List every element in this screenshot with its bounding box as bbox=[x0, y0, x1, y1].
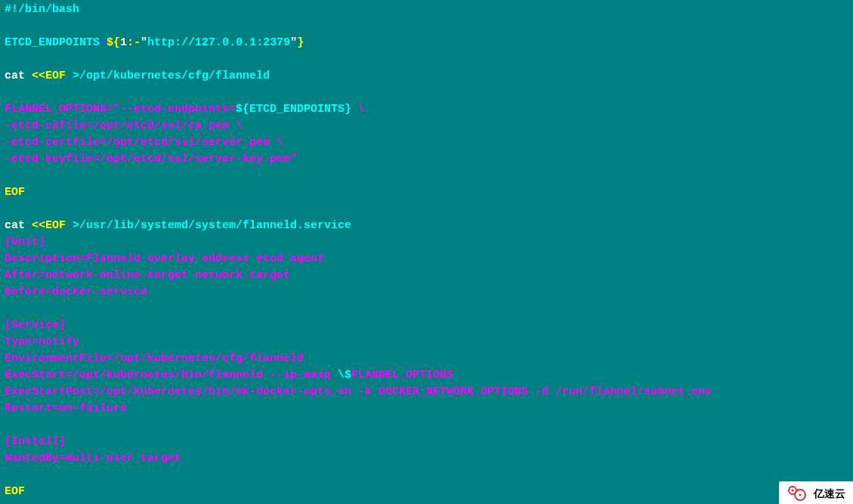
watermark: 亿速云 bbox=[779, 481, 853, 504]
code-segment: <<EOF bbox=[32, 219, 73, 232]
code-line: -etcd-certfile=/opt/etcd/ssl/server.pem … bbox=[5, 135, 848, 151]
code-line bbox=[5, 85, 848, 101]
code-segment: = bbox=[100, 36, 107, 49]
watermark-text: 亿速云 bbox=[814, 485, 845, 502]
code-segment: >/usr/lib/systemd/system/flanneld.servic… bbox=[73, 219, 351, 232]
code-line: EnvironmentFile=/opt/kubernetes/cfg/flan… bbox=[5, 351, 848, 367]
code-line: cat <<EOF >/usr/lib/systemd/system/flann… bbox=[5, 218, 848, 234]
code-segment bbox=[5, 419, 11, 431]
code-line: EOF bbox=[5, 184, 848, 201]
code-segment: EOF bbox=[5, 186, 25, 199]
code-line: -etcd-cafile=/opt/etcd/ssl/ca.pem \ bbox=[5, 118, 848, 135]
code-segment bbox=[5, 203, 11, 215]
code-line: FLANNEL_OPTIONS="--etcd-endpoints=${ETCD… bbox=[5, 101, 848, 118]
code-segment: :- bbox=[127, 36, 141, 49]
code-segment: } bbox=[297, 36, 304, 49]
code-line bbox=[5, 201, 848, 218]
code-line bbox=[5, 301, 848, 317]
code-segment: -etcd-keyfile=/opt/etcd/ssl/server-key.p… bbox=[5, 153, 297, 165]
code-line: [Unit] bbox=[5, 234, 848, 251]
code-line bbox=[5, 51, 848, 68]
code-line bbox=[5, 18, 848, 35]
code-segment: \ bbox=[351, 103, 365, 116]
code-line: Before=docker.service bbox=[5, 284, 848, 301]
code-segment: Before=docker.service bbox=[5, 286, 147, 298]
code-segment: http://127.0.0.1:2379 bbox=[147, 36, 290, 49]
code-line: WantedBy=multi-user.target bbox=[5, 450, 848, 467]
code-segment: " bbox=[290, 36, 297, 49]
code-segment: ExecStart=/opt/kubernetes/bin/flanneld -… bbox=[5, 369, 338, 382]
code-segment bbox=[5, 302, 11, 315]
code-segment: FLANNEL_OPTIONS bbox=[351, 369, 453, 382]
code-block: #!/bin/bash ETCD_ENDPOINTS=${1:-"http://… bbox=[5, 2, 848, 500]
code-line bbox=[5, 467, 848, 484]
code-line: Type=notify bbox=[5, 334, 848, 351]
code-segment bbox=[5, 468, 11, 481]
code-segment: <<EOF bbox=[32, 70, 73, 82]
code-segment: [Install] bbox=[5, 435, 66, 448]
code-segment: After=network-online.target network.targ… bbox=[5, 269, 290, 282]
code-line: cat <<EOF >/opt/kubernetes/cfg/flanneld bbox=[5, 68, 848, 85]
code-segment: ${ETCD_ENDPOINTS} bbox=[236, 103, 351, 116]
code-segment bbox=[5, 169, 11, 182]
code-segment: Type=notify bbox=[5, 335, 79, 348]
code-segment: ExecStartPost=/opt/kubernetes/bin/mk-doc… bbox=[5, 385, 712, 398]
code-line: ExecStartPost=/opt/kubernetes/bin/mk-doc… bbox=[5, 384, 848, 400]
code-segment: [Unit] bbox=[5, 236, 45, 249]
code-line: [Install] bbox=[5, 434, 848, 450]
code-segment: 1 bbox=[120, 36, 127, 49]
svg-point-3 bbox=[799, 494, 802, 496]
code-line: After=network-online.target network.targ… bbox=[5, 267, 848, 284]
watermark-logo-icon bbox=[785, 484, 809, 502]
code-line: [Service] bbox=[5, 317, 848, 334]
code-segment: ${ bbox=[107, 36, 120, 49]
code-line bbox=[5, 168, 848, 184]
code-segment bbox=[5, 53, 11, 66]
code-segment: WantedBy=multi-user.target bbox=[5, 452, 181, 465]
svg-point-2 bbox=[792, 490, 794, 492]
code-segment: cat bbox=[5, 219, 32, 232]
code-line: ETCD_ENDPOINTS=${1:-"http://127.0.0.1:23… bbox=[5, 35, 848, 51]
code-segment: -etcd-cafile=/opt/etcd/ssl/ca.pem \ bbox=[5, 119, 243, 132]
code-segment: EnvironmentFile=/opt/kubernetes/cfg/flan… bbox=[5, 352, 304, 365]
code-segment: FLANNEL_OPTIONS="--etcd-endpoints= bbox=[5, 103, 236, 116]
code-segment bbox=[5, 20, 11, 32]
code-segment: ETCD_ENDPOINTS bbox=[5, 36, 100, 49]
code-line: ExecStart=/opt/kubernetes/bin/flanneld -… bbox=[5, 367, 848, 384]
code-line: Restart=on-failure bbox=[5, 400, 848, 417]
code-segment: >/opt/kubernetes/cfg/flanneld bbox=[73, 70, 270, 82]
code-line: #!/bin/bash bbox=[5, 2, 848, 18]
code-segment: " bbox=[141, 36, 147, 49]
code-segment: EOF bbox=[5, 485, 25, 498]
code-segment: Description=Flanneld overlay address etc… bbox=[5, 252, 324, 265]
code-line: Description=Flanneld overlay address etc… bbox=[5, 251, 848, 267]
code-segment bbox=[5, 86, 11, 99]
code-segment: #!/bin/bash bbox=[5, 3, 79, 16]
code-segment: Restart=on-failure bbox=[5, 402, 127, 415]
code-segment: [Service] bbox=[5, 319, 66, 332]
code-segment: -etcd-certfile=/opt/etcd/ssl/server.pem … bbox=[5, 136, 283, 149]
code-segment: \$ bbox=[338, 369, 351, 382]
code-line bbox=[5, 417, 848, 434]
code-segment: cat bbox=[5, 70, 32, 82]
code-line: EOF bbox=[5, 484, 848, 500]
code-line: -etcd-keyfile=/opt/etcd/ssl/server-key.p… bbox=[5, 151, 848, 168]
